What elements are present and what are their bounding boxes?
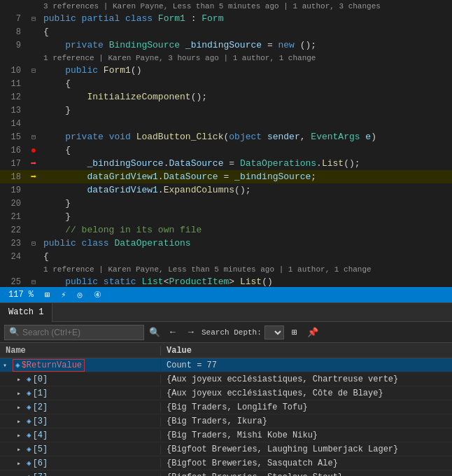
watch-row-7[interactable]: ▸ ◈ [7] {Bigfoot Breweries, Steeleye Sto… <box>0 470 452 476</box>
code-10: public Form1() <box>41 65 452 76</box>
status-icon2[interactable]: ⚡ <box>58 290 69 300</box>
line-num-20: 20 <box>0 199 27 209</box>
depth-label: Search Depth: <box>202 328 262 337</box>
watch-row-0[interactable]: ▸ ◈ [0] {Aux joyeux ecclésiastiques, Cha… <box>0 372 452 386</box>
status-icon-3: ◎ <box>77 290 82 300</box>
toolbar-btn-options[interactable]: ⊞ <box>287 325 302 340</box>
expand-5[interactable]: ▸ <box>17 445 25 454</box>
code-line-25: 25 ⊟ public static List<ProductItem> Lis… <box>0 275 452 287</box>
collapse-10[interactable]: ⊟ <box>27 66 41 75</box>
item-name-1: [1] <box>33 388 48 398</box>
search-icon: 🔍 <box>9 327 20 337</box>
gutter-18-arrow: ➡ <box>27 171 41 183</box>
depth-select[interactable]: 3 1 2 4 5 <box>264 326 284 340</box>
col-name-returnvalue: ▾ ◈ $ReturnValue <box>0 359 161 372</box>
watch-table: ▾ ◈ $ReturnValue Count = 77 ▸ ◈ [0] {Aux… <box>0 358 452 476</box>
col-name-4: ▸ ◈ [4] <box>0 430 161 440</box>
item-icon-1: ◈ <box>27 388 31 398</box>
col-name-6: ▸ ◈ [6] <box>0 458 161 468</box>
watch-row-returnvalue[interactable]: ▾ ◈ $ReturnValue Count = 77 <box>0 358 452 372</box>
line-num-7: 7 <box>0 14 27 24</box>
status-icon-4: ④ <box>94 290 101 300</box>
col-name-3: ▸ ◈ [3] <box>0 416 161 426</box>
collapse-7[interactable]: ⊟ <box>27 15 41 23</box>
collapse-23[interactable]: ⊟ <box>27 239 41 248</box>
status-bar: 117 % ⊞ ⚡ ◎ ④ <box>0 287 452 302</box>
code-19: dataGridView1.ExpandColumns(); <box>41 185 452 195</box>
line-num-23: 23 <box>0 239 27 248</box>
code-22: // belong in its own file <box>41 225 452 235</box>
col-value-returnvalue: Count = 77 <box>161 360 452 370</box>
col-value-5: {Bigfoot Breweries, Laughing Lumberjack … <box>161 444 452 454</box>
code-line-21: 21 } <box>0 210 452 223</box>
watch-row-3[interactable]: ▸ ◈ [3] {Big Traders, Ikura} <box>0 414 452 428</box>
line-num-11: 11 <box>0 79 27 89</box>
watch-row-2[interactable]: ▸ ◈ [2] {Big Traders, Longlife Tofu} <box>0 400 452 414</box>
lens-9: 1 reference | Karen Payne, 3 hours ago |… <box>0 52 452 64</box>
col-name-1: ▸ ◈ [1] <box>0 388 161 398</box>
header-value: Value <box>161 346 452 356</box>
line-num-22: 22 <box>0 225 27 235</box>
item-name-returnvalue: $ReturnValue <box>22 360 82 370</box>
code-8: { <box>41 27 452 37</box>
line-num-19: 19 <box>0 186 27 195</box>
line-num-13: 13 <box>0 106 27 115</box>
watch-tab-bar: Watch 1 <box>0 303 452 322</box>
item-icon-0: ◈ <box>27 374 31 384</box>
code-line-23: 23 ⊟ public class DataOperations <box>0 237 452 250</box>
editor-area: 3 references | Karen Payne, Less than 5 … <box>0 0 452 287</box>
col-value-3: {Big Traders, Ikura} <box>161 416 452 426</box>
item-icon-5: ◈ <box>27 444 31 454</box>
status-zoom[interactable]: 117 % <box>6 290 36 300</box>
line-num-25: 25 <box>0 277 27 287</box>
toolbar-btn-pin[interactable]: 📌 <box>305 325 320 340</box>
expand-0[interactable]: ▸ <box>17 375 25 384</box>
top-lens-line: 3 references | Karen Payne, Less than 5 … <box>0 0 452 12</box>
gutter-16-bp[interactable]: ● <box>27 145 41 156</box>
col-value-0: {Aux joyeux ecclésiastiques, Chartreuse … <box>161 374 452 384</box>
toolbar-btn-forward[interactable]: → <box>183 325 199 340</box>
col-name-7: ▸ ◈ [7] <box>0 472 161 477</box>
code-line-16: 16 ● { <box>0 144 452 157</box>
zoom-level: 117 % <box>8 290 34 300</box>
code-line-7: 7 ⊟ public partial class Form1 : Form <box>0 12 452 25</box>
item-icon-4: ◈ <box>27 430 31 440</box>
expand-7[interactable]: ▸ <box>17 473 25 477</box>
item-icon-6: ◈ <box>27 458 31 468</box>
code-18: dataGridView1.DataSource = _bindingSourc… <box>41 172 452 182</box>
value-returnvalue: Count = 77 <box>167 360 217 370</box>
status-icon4[interactable]: ④ <box>91 290 104 300</box>
expand-4[interactable]: ▸ <box>17 431 25 440</box>
expand-2[interactable]: ▸ <box>17 403 25 412</box>
line-num-8: 8 <box>0 27 27 37</box>
item-icon-7: ◈ <box>27 472 31 476</box>
status-icon1[interactable]: ⊞ <box>42 290 52 300</box>
col-name-5: ▸ ◈ [5] <box>0 444 161 454</box>
code-23: public class DataOperations <box>41 238 452 248</box>
line-num-21: 21 <box>0 212 27 222</box>
code-line-19: 19 dataGridView1.ExpandColumns(); <box>0 183 452 197</box>
search-input[interactable] <box>22 328 139 337</box>
code-12: InitializeComponent(); <box>41 92 452 102</box>
status-icon3[interactable]: ◎ <box>74 290 85 300</box>
code-line-9: 9 private BindingSource _bindingSource =… <box>0 38 452 52</box>
toolbar-btn-back[interactable]: ← <box>165 325 181 340</box>
watch-tab-1[interactable]: Watch 1 <box>0 303 52 322</box>
collapse-25[interactable]: ⊟ <box>27 278 41 286</box>
code-11: { <box>41 78 452 89</box>
watch-row-1[interactable]: ▸ ◈ [1] {Aux joyeux ecclésiastiques, Côt… <box>0 386 452 400</box>
expand-6[interactable]: ▸ <box>17 459 25 468</box>
search-box: 🔍 <box>4 325 144 340</box>
expand-3[interactable]: ▸ <box>17 417 25 426</box>
watch-row-4[interactable]: ▸ ◈ [4] {Big Traders, Mishi Kobe Niku} <box>0 428 452 442</box>
item-name-0: [0] <box>33 374 48 384</box>
toolbar-btn-search[interactable]: 🔍 <box>147 325 162 340</box>
watch-row-6[interactable]: ▸ ◈ [6] {Bigfoot Breweries, Sasquatch Al… <box>0 456 452 470</box>
collapse-15[interactable]: ⊟ <box>27 133 41 141</box>
watch-row-5[interactable]: ▸ ◈ [5] {Bigfoot Breweries, Laughing Lum… <box>0 442 452 456</box>
lens-24-text: 1 reference | Karen Payne, Less than 5 m… <box>43 265 372 274</box>
expand-1[interactable]: ▸ <box>17 389 25 398</box>
code-line-13: 13 } <box>0 104 452 117</box>
expand-returnvalue[interactable]: ▾ <box>3 361 11 370</box>
col-name-2: ▸ ◈ [2] <box>0 402 161 412</box>
